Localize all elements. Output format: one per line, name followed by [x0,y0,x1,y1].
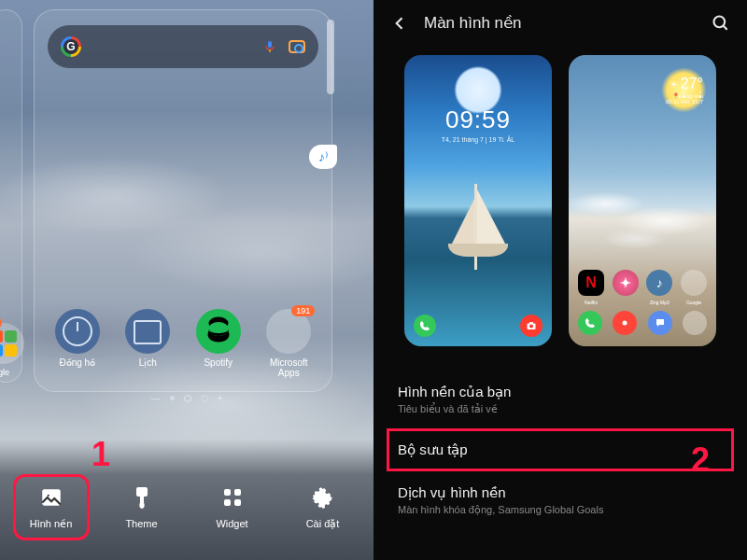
edge-panel-handle[interactable] [327,20,334,94]
settings-header: Màn hình nền [374,13,747,42]
svg-rect-4 [136,487,148,497]
messages-icon [648,311,672,335]
spotify-icon [196,309,241,354]
app-2: ✦ [613,270,639,296]
gear-icon [310,484,336,511]
back-icon[interactable] [390,14,409,33]
phone-icon [414,315,436,337]
svg-rect-8 [224,499,231,506]
homescreen-preview[interactable]: ☀27° 📍Đằng Hải 00:31 AM, 21/7 NNetflix ✦… [569,55,716,346]
dock-app-spotify[interactable]: Spotify [190,309,247,378]
lens-icon[interactable] [289,40,305,53]
svg-rect-14 [529,322,533,324]
camera-icon [613,311,637,335]
option-your-wallpapers[interactable]: Hình nền của bạn Tiêu biểu và đã tải về [374,371,747,428]
search-icon[interactable] [712,14,730,33]
lockscreen-preview[interactable]: 09:59 T4, 21 tháng 7 | 19 Ti. ÂL [404,55,552,346]
page-title: Màn hình nền [424,13,522,33]
svg-rect-0 [268,41,272,48]
home-dock-row [578,311,707,335]
toolbar-theme[interactable]: Theme [105,475,179,539]
svg-point-15 [623,321,627,326]
weather-widget: ☀27° 📍Đằng Hải 00:31 AM, 21/7 [666,76,703,105]
wallpaper-previews: 09:59 T4, 21 tháng 7 | 19 Ti. ÂL ☀27° 📍Đ… [374,42,747,363]
svg-rect-6 [224,489,231,496]
mic-icon[interactable] [262,39,277,54]
apps-icon [683,311,707,335]
editor-toolbar: Hình nền Theme Widget Cài đặt [0,439,374,560]
lock-clock: 09:59 T4, 21 tháng 7 | 19 Ti. ÂL [404,105,552,143]
option-wallpaper-services[interactable]: Dịch vụ hình nền Màn hình khóa động, Sam… [374,471,747,529]
phone-icon [578,311,602,335]
google-search-bar[interactable] [48,25,318,68]
step-number-2: 2 [691,441,710,480]
svg-point-13 [529,325,533,329]
step-number-1: 1 [92,435,110,474]
svg-rect-5 [140,497,144,502]
dock-app-clock[interactable]: Đồng hồ [49,309,106,378]
svg-rect-9 [234,499,241,506]
page-indicator[interactable]: —+ [0,393,374,403]
toolbar-widget[interactable]: Widget [195,475,270,539]
home-page-card[interactable]: ♪⁾ Đồng hồ Lịch Spotify 191 [34,9,332,392]
folder-icon: 191 [266,309,311,354]
wallpaper-settings-panel: Màn hình nền 09:59 T4, 21 tháng 7 | 19 T… [374,0,747,560]
svg-line-11 [724,25,727,29]
sailboat-graphic [441,176,515,270]
option-gallery[interactable]: Bộ sưu tập [387,428,734,471]
app-netflix: N [578,270,604,296]
brush-icon [129,484,155,511]
svg-point-10 [714,16,726,27]
home-app-row: NNetflix ✦ ♪Zing Mp3 Google [578,270,707,296]
widget-icon [219,484,246,511]
toolbar-wallpaper[interactable]: Hình nền [14,475,89,539]
dock-folder-microsoft[interactable]: 191 Microsoft Apps [261,309,317,378]
home-editor-panel: 999+ gle ♪⁾ Đồng hồ Lịc [0,0,374,560]
calendar-icon [125,309,170,354]
camera-icon [520,315,543,337]
partial-folder-left[interactable]: 999+ gle [0,323,24,377]
clock-icon [55,309,100,354]
svg-rect-7 [234,489,241,496]
badge-count: 191 [291,305,315,316]
home-dock: Đồng hồ Lịch Spotify 191 Microsoft Apps [35,309,331,378]
dock-app-calendar[interactable]: Lịch [120,309,176,378]
music-sound-badge[interactable]: ♪⁾ [309,145,337,169]
image-icon [38,484,64,511]
toolbar-settings[interactable]: Cài đặt [286,475,360,539]
app-zing: ♪ [646,270,672,296]
google-logo-icon [61,36,81,57]
app-google-folder [681,270,707,296]
